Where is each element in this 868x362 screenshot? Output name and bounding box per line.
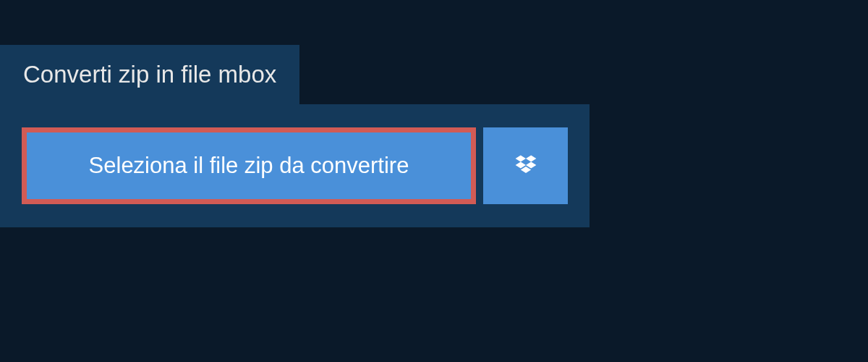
conversion-panel: Seleziona il file zip da convertire (0, 104, 590, 227)
tab-container: Converti zip in file mbox Seleziona il f… (0, 45, 868, 227)
dropbox-icon (513, 153, 539, 179)
tab-convert[interactable]: Converti zip in file mbox (0, 45, 299, 104)
select-file-label: Seleziona il file zip da convertire (89, 153, 409, 178)
button-row: Seleziona il file zip da convertire (22, 127, 568, 204)
dropbox-button[interactable] (483, 127, 568, 204)
select-file-button[interactable]: Seleziona il file zip da convertire (22, 127, 476, 204)
tab-label: Converti zip in file mbox (23, 61, 276, 88)
